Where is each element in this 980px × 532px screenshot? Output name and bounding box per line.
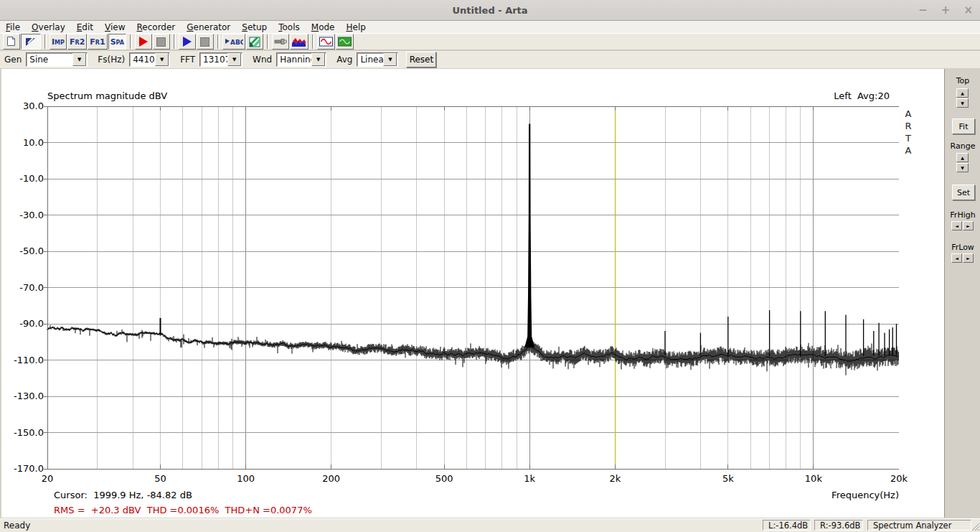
top-down-button[interactable]: ▼ xyxy=(956,98,969,108)
toolbar: Imp Fr2 Fr1 Spa ABC xyxy=(0,33,980,50)
x-tick-label: 500 xyxy=(423,473,466,485)
menu-file[interactable]: File xyxy=(0,22,26,33)
signal-triangle-icon xyxy=(25,37,37,47)
calibrate-button[interactable]: ABC xyxy=(222,34,245,50)
cursor-readout: Cursor: 1999.9 Hz, -84.82 dB xyxy=(54,490,192,500)
play-button[interactable] xyxy=(179,34,196,50)
arta-watermark: A R T A xyxy=(903,108,914,157)
dropdown-arrow-icon[interactable]: ▼ xyxy=(227,53,241,66)
play-icon xyxy=(183,37,192,47)
fft-size-select[interactable]: 131072 ▼ xyxy=(199,52,242,67)
color-setup-button[interactable] xyxy=(246,34,263,50)
set-button[interactable]: Set xyxy=(952,185,975,200)
play-stop-button[interactable] xyxy=(197,34,214,50)
reset-button[interactable]: Reset xyxy=(406,52,436,67)
arrow-down-icon: ▼ xyxy=(961,101,964,106)
top-label: Top xyxy=(946,76,980,85)
y-tick-label: -50.0 xyxy=(1,246,44,256)
channel-average-info: Left Avg:20 xyxy=(746,90,890,101)
time-record-view-button[interactable] xyxy=(21,34,41,50)
menu-view[interactable]: View xyxy=(99,22,131,33)
x-tick-label: 20k xyxy=(877,473,920,485)
dropdown-arrow-icon[interactable]: ▼ xyxy=(311,53,325,66)
arrow-right-icon: ► xyxy=(966,223,970,228)
statusbar: Ready L:-16.4dB R:-93.6dB Spectrum Analy… xyxy=(0,518,980,532)
wnd-label: Wnd xyxy=(253,55,272,65)
range-down-button[interactable]: ▼ xyxy=(956,163,969,172)
window-title: Untitled - Arta xyxy=(452,5,527,16)
menu-tools[interactable]: Tools xyxy=(273,22,306,33)
menu-help[interactable]: Help xyxy=(340,22,371,33)
imp-label: Imp xyxy=(52,37,65,47)
fr1-label: Fr1 xyxy=(90,37,105,47)
status-ready: Ready xyxy=(4,521,30,531)
record-stop-button[interactable] xyxy=(153,34,170,50)
sine-generator-button[interactable] xyxy=(317,34,335,50)
resize-grip-icon[interactable] xyxy=(970,521,980,531)
spectrum-analyzer-button[interactable]: Spa xyxy=(108,34,126,50)
dropdown-arrow-icon[interactable]: ▼ xyxy=(155,53,169,66)
generator-select[interactable]: Sine ▼ xyxy=(26,52,88,67)
x-tick-label: 200 xyxy=(310,473,353,485)
generator-controlbar: Gen Sine ▼ Fs(Hz) 44100 ▼ FFT 131072 ▼ W… xyxy=(0,51,980,69)
avg-label: Avg xyxy=(336,55,352,65)
toolbar-separator xyxy=(267,34,269,49)
range-up-button[interactable]: ▲ xyxy=(956,153,969,162)
spectrum-chart[interactable] xyxy=(43,106,899,472)
averaging-value: Linear xyxy=(357,55,383,65)
signal-overlay-button[interactable] xyxy=(290,34,308,50)
record-button[interactable] xyxy=(135,34,152,50)
arrow-up-icon: ▲ xyxy=(961,90,964,95)
plot-title: Spectrum magnitude dBV xyxy=(47,90,167,101)
toolbar-separator xyxy=(312,34,314,49)
frhigh-left-button[interactable]: ◄ xyxy=(951,221,962,230)
window-function-select[interactable]: Hanning ▼ xyxy=(276,52,326,67)
impulse-response-button[interactable]: Imp xyxy=(50,34,67,50)
stop-icon xyxy=(156,37,166,47)
y-tick-label: 10.0 xyxy=(1,137,44,148)
frequency-response-1ch-button[interactable]: Fr1 xyxy=(88,34,107,50)
sample-rate-value: 44100 xyxy=(130,55,155,65)
maximize-button[interactable]: + xyxy=(941,0,951,20)
frhigh-label: FrHigh xyxy=(946,210,980,220)
red-blue-waveform-icon xyxy=(292,37,306,47)
menu-setup[interactable]: Setup xyxy=(236,22,273,33)
range-label: Range xyxy=(946,141,980,151)
menu-generator[interactable]: Generator xyxy=(181,22,236,33)
noise-generator-button[interactable] xyxy=(336,34,354,50)
dropdown-arrow-icon[interactable]: ▼ xyxy=(72,53,86,66)
frlow-left-button[interactable]: ◄ xyxy=(951,253,962,263)
menu-overlay[interactable]: Overlay xyxy=(26,22,71,33)
menu-recorder[interactable]: Recorder xyxy=(131,22,182,33)
y-tick-label: -130.0 xyxy=(1,391,44,401)
stop-icon xyxy=(200,37,209,47)
toolbar-separator xyxy=(174,34,176,49)
new-document-icon xyxy=(6,36,17,47)
x-tick-label: 1k xyxy=(508,473,551,485)
spectrum-plot-window: Spectrum magnitude dBV Left Avg:20 A R T… xyxy=(1,69,945,518)
frhigh-right-button[interactable]: ► xyxy=(963,221,974,230)
menu-mode[interactable]: Mode xyxy=(306,22,341,33)
close-button[interactable]: × xyxy=(963,0,973,20)
fit-button[interactable]: Fit xyxy=(952,118,975,134)
sample-rate-select[interactable]: 44100 ▼ xyxy=(129,52,170,67)
menu-edit[interactable]: Edit xyxy=(71,22,99,33)
arrow-left-icon: ◄ xyxy=(955,223,958,228)
y-tick-label: 30.0 xyxy=(1,101,44,111)
averaging-select[interactable]: Linear ▼ xyxy=(357,52,398,67)
x-tick-label: 20 xyxy=(26,473,69,485)
y-tick-label: -70.0 xyxy=(1,282,44,293)
dropdown-arrow-icon[interactable]: ▼ xyxy=(383,53,397,66)
minimize-button[interactable]: − xyxy=(918,0,928,20)
frlow-right-button[interactable]: ► xyxy=(963,253,974,263)
new-file-button[interactable] xyxy=(3,34,20,50)
microphone-calibration-button[interactable] xyxy=(272,34,289,50)
y-tick-label: -150.0 xyxy=(1,427,44,438)
top-up-button[interactable]: ▲ xyxy=(956,88,969,98)
titlebar[interactable]: Untitled - Arta − + × xyxy=(0,0,980,21)
frequency-response-2ch-button[interactable]: Fr2 xyxy=(67,34,87,50)
fit-label: Fit xyxy=(959,122,969,131)
rms-thd-readout: RMS = +20.3 dBV THD =0.0016% THD+N =0.00… xyxy=(54,505,312,515)
y-tick-label: -90.0 xyxy=(1,318,44,329)
right-channel-level: R:-93.6dB xyxy=(814,520,863,531)
